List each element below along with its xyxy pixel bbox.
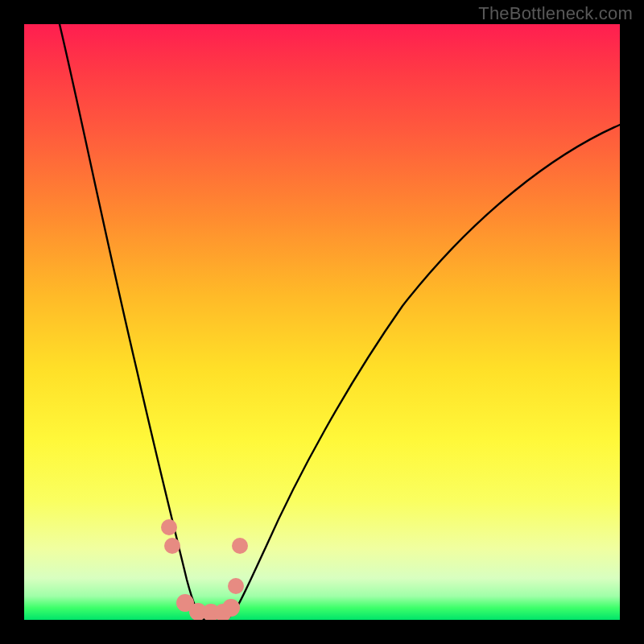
watermark-text: TheBottleneck.com <box>478 3 633 24</box>
curve-layer <box>24 24 620 620</box>
marker-dot <box>222 599 240 617</box>
marker-dot <box>164 538 180 554</box>
curve-right-branch <box>225 125 620 620</box>
plot-area <box>24 24 620 620</box>
chart-frame: TheBottleneck.com <box>0 0 644 644</box>
highlight-markers <box>161 519 248 620</box>
marker-dot <box>232 538 248 554</box>
curve-left-branch <box>60 24 204 620</box>
marker-dot <box>161 519 177 535</box>
marker-dot <box>228 578 244 594</box>
